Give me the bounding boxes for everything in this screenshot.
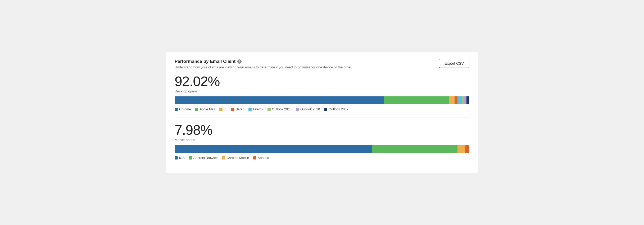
mobile-percent: 7.98% [175, 123, 469, 137]
mobile-bar [175, 145, 469, 153]
legend-label: iOS [179, 156, 185, 160]
legend-label: Firefox [253, 107, 263, 111]
legend-dot [175, 156, 178, 160]
legend-item: IE [219, 107, 227, 111]
bar-segment-outlook-2007 [466, 96, 469, 104]
legend-item: iOS [175, 156, 185, 160]
bar-segment-outlook-2013 [462, 96, 464, 104]
legend-dot [253, 156, 256, 160]
mobile-label: Mobile opens [175, 138, 469, 142]
mobile-legend: iOSAndroid BrowserChrome MobileAndroid [175, 156, 469, 160]
bar-segment-chrome [175, 96, 384, 104]
legend-label: Android [258, 156, 269, 160]
bar-segment-ios [175, 145, 372, 153]
desktop-section: 92.02% Desktop opens ChromeApple MailIES… [175, 74, 469, 111]
bar-segment-ie [449, 96, 455, 104]
legend-label: IE [224, 107, 227, 111]
legend-dot [219, 108, 223, 111]
legend-item: Safari [231, 107, 244, 111]
title-group: Performance by Email Client ? Understand… [175, 59, 352, 69]
legend-label: Chrome [179, 107, 191, 111]
mobile-section: 7.98% Mobile opens iOSAndroid BrowserChr… [175, 123, 469, 160]
legend-dot [267, 108, 271, 111]
bar-segment-android-browser [372, 145, 457, 153]
title-text: Performance by Email Client [175, 59, 236, 64]
legend-label: Android Browser [193, 156, 218, 160]
legend-item: Apple Mail [195, 107, 215, 111]
card-subtitle: Understand how your clients are viewing … [175, 65, 352, 69]
legend-dot [324, 108, 327, 111]
legend-label: Apple Mail [199, 107, 215, 111]
legend-item: Android [253, 156, 269, 160]
legend-item: Chrome Mobile [222, 156, 249, 160]
desktop-percent: 92.02% [175, 74, 469, 88]
legend-dot [175, 108, 178, 111]
legend-dot [189, 156, 192, 160]
legend-item: Chrome [175, 107, 191, 111]
card-header: Performance by Email Client ? Understand… [175, 59, 469, 69]
legend-dot [231, 108, 234, 111]
legend-label: Safari [236, 107, 244, 111]
desktop-legend: ChromeApple MailIESafariFirefoxOutlook 2… [175, 107, 469, 111]
legend-item: Android Browser [189, 156, 218, 160]
legend-item: Outlook 2010 [296, 107, 320, 111]
help-icon[interactable]: ? [237, 59, 242, 64]
legend-label: Outlook 2013 [272, 107, 292, 111]
legend-dot [222, 156, 225, 160]
legend-dot [195, 108, 198, 111]
export-csv-button[interactable]: Export CSV [439, 59, 469, 68]
legend-item: Outlook 2013 [267, 107, 292, 111]
performance-card: Performance by Email Client ? Understand… [166, 51, 478, 174]
legend-item: Outlook 2007 [324, 107, 348, 111]
bar-segment-outlook-2010 [464, 96, 466, 104]
legend-dot [248, 108, 252, 111]
bar-segment-chrome-mobile [457, 145, 465, 153]
legend-dot [296, 108, 299, 111]
card-title: Performance by Email Client ? [175, 59, 352, 64]
desktop-label: Desktop opens [175, 89, 469, 93]
section-divider [175, 118, 469, 118]
bar-segment-apple-mail [384, 96, 449, 104]
bar-segment-firefox [457, 96, 462, 104]
legend-label: Chrome Mobile [226, 156, 249, 160]
legend-label: Outlook 2007 [329, 107, 348, 111]
bar-segment-safari [455, 96, 457, 104]
desktop-bar [175, 96, 469, 104]
bar-segment-android [465, 145, 469, 153]
legend-label: Outlook 2010 [300, 107, 320, 111]
legend-item: Firefox [248, 107, 263, 111]
